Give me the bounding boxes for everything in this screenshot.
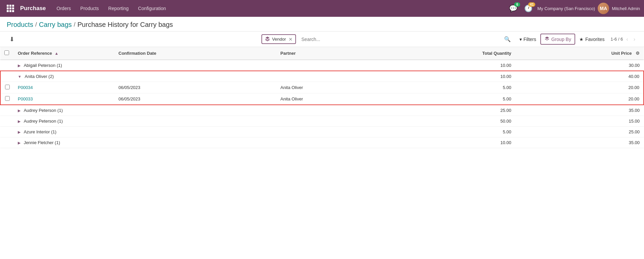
top-navigation: Purchase Orders Products Reporting Confi… [0,0,644,17]
vendor-filter-tag[interactable]: Vendor ✕ [261,34,296,44]
nav-products[interactable]: Products [76,0,103,17]
group-row: ▶ Abigail Peterson (1) 10.00 30.00 [0,60,644,71]
table-row: P00034 06/05/2023 Anita Oliver 5.00 20.0… [0,82,644,93]
group-unit-price: 35.00 [515,137,644,148]
unit-price-label: Unit Price [611,51,632,56]
filter-bar: ▾ Filters Group By ★ Favorites [516,34,608,45]
anita-group-header: ▼ Anita Oliver (2) 10.00 40.00 [0,71,644,82]
header-total-quantity[interactable]: Total Quantity [385,47,515,60]
header-partner[interactable]: Partner [277,47,385,60]
group-name: Abigail Peterson (1) [24,63,62,68]
group-total-qty: 5.00 [385,127,515,137]
apps-menu-button[interactable] [4,2,17,15]
activity-badge: 41 [528,2,535,7]
filters-button[interactable]: ▾ Filters [516,35,540,44]
group-checkbox-cell [0,116,14,127]
company-name[interactable]: My Company (San Francisco) [537,6,595,11]
anita-group-name: Anita Oliver (2) [25,74,54,79]
group-name: Audrey Peterson (1) [24,119,63,124]
group-expand-toggle[interactable]: ▶ [18,63,20,68]
search-input[interactable] [299,35,499,43]
table-header: Order Reference ▲ Confirmation Date Part… [0,47,644,60]
pagination-count: 1-6 / 6 [611,37,623,42]
group-name-cell: ▶ Jennie Fletcher (1) [14,137,385,148]
confirmation-date-cell: 06/05/2023 [114,82,277,93]
user-name[interactable]: Mitchell Admin [612,6,640,11]
group-row: ▶ Azure Interior (1) 5.00 25.00 [0,127,644,137]
header-order-reference[interactable]: Order Reference ▲ [14,47,114,60]
group-total-qty: 10.00 [385,137,515,148]
group-checkbox-cell [0,137,14,148]
group-expand-toggle[interactable]: ▶ [18,130,20,134]
group-name: Azure Interior (1) [24,129,57,134]
breadcrumb-sep1: / [35,21,37,28]
favorites-label: Favorites [585,37,605,42]
favorites-button[interactable]: ★ Favorites [576,35,608,44]
vendor-tag-label: Vendor [272,37,286,42]
group-name: Jennie Fletcher (1) [24,140,60,145]
partner-cell: Anita Oliver [277,82,385,93]
breadcrumb-products[interactable]: Products [7,21,33,29]
group-expand-toggle[interactable]: ▶ [18,109,20,113]
groupby-label: Group By [551,37,571,42]
apps-grid-icon [7,5,14,12]
group-row: ▶ Audrey Peterson (1) 50.00 15.00 [0,116,644,127]
group-unit-price: 30.00 [515,60,644,71]
vendor-tag-close[interactable]: ✕ [289,37,293,42]
nav-configuration[interactable]: Configuration [133,0,170,17]
search-icon[interactable]: 🔍 [501,35,513,44]
group-checkbox-cell [0,60,14,71]
partner-cell: Anita Oliver [277,93,385,105]
group-name-cell: ▶ Azure Interior (1) [14,127,385,137]
table-body: ▶ Abigail Peterson (1) 10.00 30.00 ▼ Ani… [0,60,644,148]
header-unit-price[interactable]: Unit Price ⚙ [515,47,644,60]
download-button[interactable]: ⬇ [7,34,17,44]
group-checkbox-cell [0,105,14,116]
brand-name[interactable]: Purchase [20,5,46,12]
main-menu: Orders Products Reporting Configuration [52,0,507,17]
anita-group-unit-price: 40.00 [515,71,644,82]
anita-group-total-qty: 10.00 [385,71,515,82]
nav-orders[interactable]: Orders [52,0,76,17]
unit-price-cell: 20.00 [515,93,644,105]
nav-reporting[interactable]: Reporting [104,0,134,17]
group-expand-toggle[interactable]: ▶ [18,119,20,123]
total-qty-cell: 5.00 [385,93,515,105]
group-expand-toggle[interactable]: ▶ [18,141,20,145]
select-all-checkbox[interactable] [4,50,9,55]
chat-notifications[interactable]: 💬 6 [507,3,519,14]
header-confirmation-date[interactable]: Confirmation Date [114,47,277,60]
chat-badge: 6 [514,2,520,7]
filters-label: Filters [524,37,536,42]
search-area: Vendor ✕ 🔍 [261,34,513,44]
header-checkbox-cell [0,47,14,60]
group-total-qty: 10.00 [385,60,515,71]
order-ref-cell: P00033 [14,93,114,105]
next-page-button[interactable]: › [632,36,637,43]
row-checkbox[interactable] [5,96,10,101]
anita-group-toggle[interactable]: ▼ [18,75,21,79]
order-ref-link[interactable]: P00033 [18,96,33,101]
group-name-cell: ▶ Audrey Peterson (1) [14,105,385,116]
group-name: Audrey Peterson (1) [24,108,63,113]
group-unit-price: 35.00 [515,105,644,116]
order-reference-label: Order Reference [18,51,52,56]
activity-notifications[interactable]: 🕐 41 [522,3,535,14]
group-row: ▶ Audrey Peterson (1) 25.00 35.00 [0,105,644,116]
breadcrumb-carry-bags[interactable]: Carry bags [39,21,72,29]
subheader: Products / Carry bags / Purchase History… [0,17,644,32]
total-quantity-label: Total Quantity [482,51,511,56]
unit-price-cell: 20.00 [515,82,644,93]
groupby-button[interactable]: Group By [540,34,575,45]
confirmation-date-cell: 06/05/2023 [114,93,277,105]
settings-icon[interactable]: ⚙ [636,51,640,56]
confirmation-date-label: Confirmation Date [118,51,156,56]
group-checkbox-cell [0,71,14,82]
row-checkbox[interactable] [5,85,10,89]
row-checkbox-cell [0,93,14,105]
order-ref-link[interactable]: P00034 [18,85,33,90]
prev-page-button[interactable]: ‹ [624,36,630,43]
avatar[interactable]: MA [598,3,609,14]
purchase-history-table: Order Reference ▲ Confirmation Date Part… [0,47,644,148]
table-row: P00033 06/05/2023 Anita Oliver 5.00 20.0… [0,93,644,105]
